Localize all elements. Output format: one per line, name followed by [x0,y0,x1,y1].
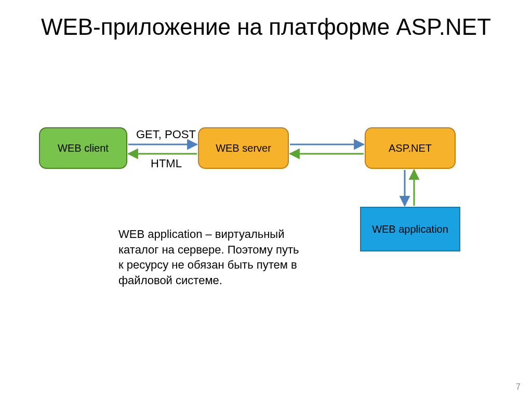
node-web-application-label: WEB application [372,223,448,235]
label-get-post: GET, POST [136,128,196,141]
body-text: WEB application – виртуальный каталог на… [118,227,300,288]
node-web-application: WEB application [360,207,460,251]
page-number: 7 [516,382,521,392]
node-web-server-label: WEB server [216,142,271,154]
node-aspnet: ASP.NET [365,127,456,169]
node-aspnet-label: ASP.NET [389,142,432,154]
slide-title: WEB-приложение на платформе ASP.NET [0,14,532,41]
node-web-client: WEB client [39,127,127,169]
arrows-layer [0,0,532,399]
label-html: HTML [151,157,182,170]
node-web-client-label: WEB client [58,142,109,154]
node-web-server: WEB server [198,127,289,169]
